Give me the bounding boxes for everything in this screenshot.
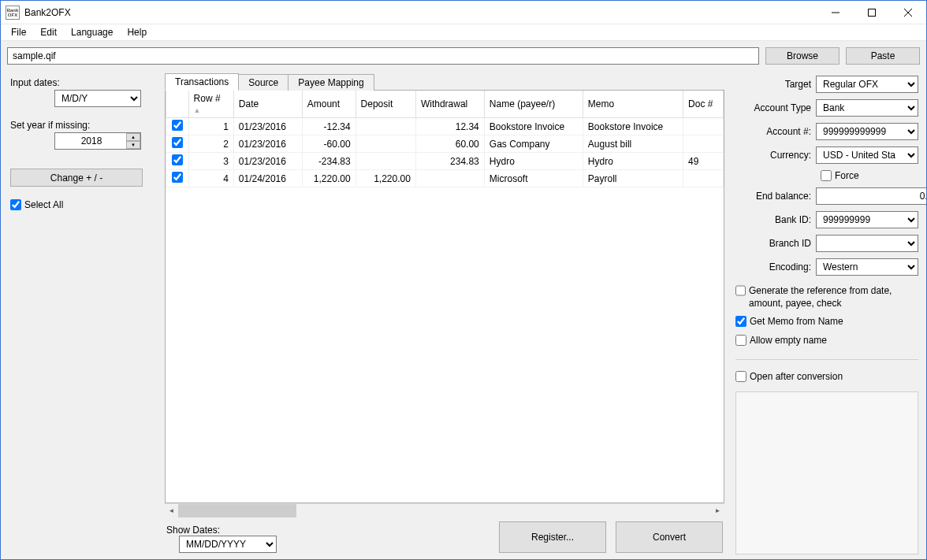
hscroll-left-arrow[interactable]: ◄ bbox=[165, 504, 178, 517]
show-dates-combo[interactable]: MM/DD/YYYY bbox=[179, 536, 277, 553]
col-doc[interactable]: Doc # bbox=[683, 91, 724, 118]
show-dates-label: Show Dates: bbox=[166, 525, 277, 536]
transactions-table: Row # ▲ Date Amount Deposit Withdrawal N… bbox=[166, 91, 724, 187]
branch-id-label: Branch ID bbox=[735, 238, 816, 249]
table-row[interactable]: 101/23/2016-12.3412.34Bookstore InvoiceB… bbox=[166, 118, 724, 135]
file-path-input[interactable] bbox=[7, 47, 759, 65]
register-button[interactable]: Register... bbox=[499, 521, 606, 553]
cell-row: 4 bbox=[188, 170, 233, 187]
maximize-button[interactable] bbox=[854, 1, 890, 24]
cell-date: 01/24/2016 bbox=[233, 170, 302, 187]
app-icon: Bank OFX bbox=[6, 6, 20, 20]
col-row[interactable]: Row # ▲ bbox=[188, 91, 233, 118]
year-spin-up[interactable]: ▲ bbox=[126, 133, 140, 141]
file-path-row: Browse Paste bbox=[1, 41, 926, 71]
account-type-combo[interactable]: Bank bbox=[816, 99, 918, 117]
end-balance-input[interactable] bbox=[816, 187, 926, 205]
window-title: Bank2OFX bbox=[24, 7, 71, 18]
table-hscroll[interactable]: ◄ ► bbox=[165, 503, 724, 517]
cell-memo: August bill bbox=[583, 135, 683, 153]
force-checkbox[interactable] bbox=[821, 170, 832, 181]
col-memo[interactable]: Memo bbox=[583, 91, 683, 118]
cell-date: 01/23/2016 bbox=[233, 153, 302, 170]
cell-row: 1 bbox=[188, 118, 233, 135]
cell-memo: Hydro bbox=[583, 153, 683, 170]
encoding-combo[interactable]: Western bbox=[816, 258, 918, 276]
cell-amount: -60.00 bbox=[302, 135, 356, 153]
cell-row: 3 bbox=[188, 153, 233, 170]
hscroll-track[interactable] bbox=[178, 504, 711, 517]
menu-edit[interactable]: Edit bbox=[33, 25, 64, 39]
cell-deposit bbox=[356, 118, 415, 135]
menu-file[interactable]: File bbox=[4, 25, 33, 39]
cell-amount: -12.34 bbox=[302, 118, 356, 135]
cell-name: Microsoft bbox=[484, 170, 583, 187]
row-checkbox[interactable] bbox=[172, 154, 183, 165]
gen-ref-checkbox[interactable] bbox=[735, 285, 746, 296]
app-window: Bank OFX Bank2OFX File Edit Language Hel… bbox=[0, 0, 927, 560]
cell-deposit bbox=[356, 153, 415, 170]
window-controls bbox=[817, 1, 926, 24]
currency-combo[interactable]: USD - United Sta bbox=[816, 146, 918, 164]
account-num-combo[interactable]: 999999999999 bbox=[816, 123, 918, 140]
close-button[interactable] bbox=[890, 1, 926, 24]
open-after-label: Open after conversion bbox=[750, 371, 843, 384]
status-box bbox=[735, 391, 918, 554]
get-memo-checkbox[interactable] bbox=[735, 316, 746, 327]
open-after-checkbox[interactable] bbox=[735, 371, 746, 382]
row-checkbox[interactable] bbox=[172, 137, 183, 148]
row-checkbox[interactable] bbox=[172, 172, 183, 183]
year-spin-down[interactable]: ▼ bbox=[126, 141, 140, 149]
target-combo[interactable]: Regular OFX bbox=[816, 76, 918, 93]
cell-deposit: 1,220.00 bbox=[356, 170, 415, 187]
change-sign-button[interactable]: Change + / - bbox=[10, 169, 143, 187]
get-memo-label: Get Memo from Name bbox=[750, 316, 843, 328]
browse-button[interactable]: Browse bbox=[765, 47, 840, 65]
cell-doc: 49 bbox=[683, 153, 724, 170]
hscroll-thumb[interactable] bbox=[178, 504, 296, 517]
menu-help[interactable]: Help bbox=[120, 25, 154, 39]
sort-asc-icon: ▲ bbox=[194, 106, 201, 114]
cell-name: Gas Company bbox=[484, 135, 583, 153]
table-row[interactable]: 301/23/2016-234.83234.83HydroHydro49 bbox=[166, 153, 724, 170]
cell-amount: 1,220.00 bbox=[302, 170, 356, 187]
select-all-label: Select All bbox=[24, 199, 63, 210]
cell-name: Hydro bbox=[484, 153, 583, 170]
left-panel: Input dates: M/D/Y Set year if missing: … bbox=[1, 71, 162, 559]
convert-button[interactable]: Convert bbox=[616, 521, 723, 553]
tab-source[interactable]: Source bbox=[238, 74, 289, 91]
col-checkbox[interactable] bbox=[166, 91, 189, 118]
bank-id-label: Bank ID: bbox=[735, 214, 816, 225]
col-date[interactable]: Date bbox=[233, 91, 302, 118]
col-name[interactable]: Name (payee/r) bbox=[484, 91, 583, 118]
cell-row: 2 bbox=[188, 135, 233, 153]
allow-empty-checkbox[interactable] bbox=[735, 335, 746, 346]
table-row[interactable]: 401/24/20161,220.001,220.00MicrosoftPayr… bbox=[166, 170, 724, 187]
tab-transactions[interactable]: Transactions bbox=[165, 73, 239, 91]
row-checkbox[interactable] bbox=[172, 120, 183, 131]
gen-ref-label: Generate the reference from date, amount… bbox=[749, 285, 918, 310]
titlebar: Bank OFX Bank2OFX bbox=[1, 1, 926, 24]
col-withdrawal[interactable]: Withdrawal bbox=[415, 91, 484, 118]
tab-payee-mapping[interactable]: Payee Mapping bbox=[288, 74, 374, 91]
input-dates-label: Input dates: bbox=[10, 77, 152, 88]
hscroll-right-arrow[interactable]: ► bbox=[711, 504, 724, 517]
currency-label: Currency: bbox=[735, 150, 816, 161]
branch-id-combo[interactable] bbox=[816, 235, 918, 252]
end-balance-label: End balance: bbox=[735, 191, 816, 202]
menu-language[interactable]: Language bbox=[64, 25, 120, 39]
input-dates-combo[interactable]: M/D/Y bbox=[54, 90, 141, 107]
select-all-checkbox[interactable] bbox=[10, 199, 21, 210]
svg-rect-1 bbox=[869, 9, 876, 16]
cell-date: 01/23/2016 bbox=[233, 118, 302, 135]
bank-id-combo[interactable]: 999999999 bbox=[816, 211, 918, 228]
allow-empty-label: Allow empty name bbox=[750, 335, 827, 347]
paste-button[interactable]: Paste bbox=[846, 47, 920, 65]
menubar: File Edit Language Help bbox=[1, 24, 926, 41]
table-row[interactable]: 201/23/2016-60.0060.00Gas CompanyAugust … bbox=[166, 135, 724, 153]
col-amount[interactable]: Amount bbox=[302, 91, 356, 118]
col-deposit[interactable]: Deposit bbox=[356, 91, 415, 118]
transactions-table-container: Row # ▲ Date Amount Deposit Withdrawal N… bbox=[165, 90, 724, 503]
bottom-row: Show Dates: MM/DD/YYYY Register... Conve… bbox=[165, 517, 724, 559]
minimize-button[interactable] bbox=[817, 1, 854, 24]
